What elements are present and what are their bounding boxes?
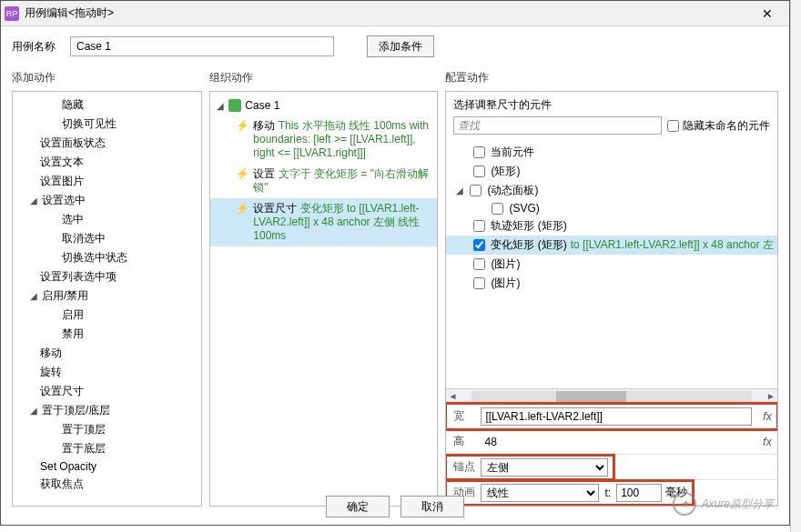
action-tree-item[interactable]: 启用: [13, 306, 201, 325]
add-condition-button[interactable]: 添加条件: [367, 35, 434, 57]
add-action-label: 添加动作: [12, 66, 202, 91]
hide-unnamed-label: 隐藏未命名的元件: [683, 118, 770, 134]
hide-unnamed-checkbox[interactable]: 隐藏未命名的元件: [667, 118, 770, 134]
action-tree-item[interactable]: 获取焦点: [13, 475, 201, 494]
action-tree-item[interactable]: 切换选中状态: [13, 248, 201, 267]
dialog-title: 用例编辑<拖动时>: [25, 5, 749, 21]
expand-icon[interactable]: ◢: [29, 407, 38, 416]
action-tree-item[interactable]: 禁用: [13, 325, 201, 344]
case-root[interactable]: ◢ Case 1: [210, 95, 437, 115]
element-tree-item[interactable]: (图片): [446, 255, 777, 274]
anchor-row: 锚点 左侧: [446, 455, 777, 480]
expand-icon[interactable]: ◢: [29, 292, 38, 301]
ok-button[interactable]: 确定: [326, 496, 390, 517]
width-label: 宽: [446, 408, 481, 424]
width-input[interactable]: [481, 407, 752, 426]
configure-action-label: 配置动作: [445, 66, 778, 91]
element-checkbox[interactable]: [473, 277, 485, 289]
bolt-icon: ⚡: [236, 119, 249, 160]
element-tree-item[interactable]: (SVG): [446, 200, 777, 216]
anchor-select[interactable]: 左侧: [481, 458, 608, 477]
case-root-label: Case 1: [245, 99, 279, 112]
action-tree-item[interactable]: 设置图片: [13, 172, 201, 191]
element-tree-item[interactable]: (矩形): [446, 162, 777, 181]
height-input[interactable]: [481, 433, 752, 451]
configure-header: 选择调整尺寸的元件: [446, 92, 777, 116]
action-tree-item[interactable]: ◢置于顶层/底层: [13, 401, 201, 420]
element-checkbox[interactable]: [473, 220, 485, 232]
element-tree-item[interactable]: 当前元件: [446, 143, 777, 162]
action-tree-item[interactable]: 设置文本: [13, 153, 201, 172]
case-icon: [228, 99, 241, 112]
height-fx-button[interactable]: fx: [757, 436, 777, 448]
action-tree-item[interactable]: 选中: [13, 210, 201, 229]
app-icon: RP: [5, 6, 19, 21]
horizontal-scrollbar[interactable]: ◄ ►: [446, 388, 777, 403]
action-tree-item[interactable]: 取消选中: [13, 229, 201, 248]
height-row: 高 fx: [446, 429, 777, 455]
action-tree-item[interactable]: 隐藏: [13, 95, 201, 115]
expand-icon[interactable]: ◢: [216, 101, 225, 110]
element-checkbox[interactable]: [492, 203, 503, 215]
expand-icon[interactable]: ◢: [455, 186, 464, 196]
anchor-label: 锚点: [446, 459, 481, 475]
action-tree-item[interactable]: 置于底层: [13, 439, 201, 458]
action-tree-item[interactable]: 旋转: [13, 363, 201, 382]
action-tree-item[interactable]: ◢启用/禁用: [13, 286, 201, 306]
element-checkbox[interactable]: [473, 258, 485, 270]
search-input[interactable]: [453, 116, 662, 135]
titlebar: RP 用例编辑<拖动时> ✕: [1, 1, 789, 26]
height-label: 高: [446, 434, 481, 449]
scroll-left-icon[interactable]: ◄: [446, 391, 459, 401]
case-name-label: 用例名称: [12, 39, 63, 55]
action-tree[interactable]: 隐藏切换可见性设置面板状态设置文本设置图片◢设置选中选中取消选中切换选中状态设置…: [13, 92, 201, 506]
organize-action-row[interactable]: ⚡移动 This 水平拖动 线性 100ms with boundaries: …: [210, 115, 437, 164]
element-checkbox[interactable]: [473, 239, 485, 251]
organize-action-label: 组织动作: [209, 66, 438, 91]
element-checkbox[interactable]: [470, 185, 482, 196]
action-tree-item[interactable]: 置于顶层: [13, 420, 201, 439]
action-tree-item[interactable]: 设置列表选中项: [13, 267, 201, 286]
scroll-right-icon[interactable]: ►: [765, 391, 777, 401]
organize-action-row[interactable]: ⚡设置尺寸 变化矩形 to [[LVAR1.left-LVAR2.left]] …: [210, 198, 437, 246]
action-tree-item[interactable]: 设置面板状态: [13, 134, 201, 153]
width-row: 宽 fx: [446, 404, 777, 429]
bolt-icon: ⚡: [236, 167, 249, 195]
organize-action-row[interactable]: ⚡设置 文字于 变化矩形 = "向右滑动解锁": [210, 164, 437, 198]
width-fx-button[interactable]: fx: [757, 410, 777, 423]
action-tree-item[interactable]: 切换可见性: [13, 115, 201, 134]
element-tree-item[interactable]: 轨迹矩形 (矩形): [446, 216, 777, 236]
cancel-button[interactable]: 取消: [400, 496, 464, 517]
element-checkbox[interactable]: [473, 166, 485, 177]
element-tree-item[interactable]: (图片): [446, 274, 777, 293]
action-tree-item[interactable]: 移动: [13, 344, 201, 363]
action-tree-item[interactable]: ◢设置选中: [13, 191, 201, 210]
scrollbar-thumb[interactable]: [556, 391, 626, 402]
element-tree-item[interactable]: 变化矩形 (矩形) to [[LVAR1.left-LVAR2.left]] x…: [446, 236, 777, 255]
hide-unnamed-input[interactable]: [667, 120, 679, 132]
action-tree-item[interactable]: Set Opacity: [13, 458, 201, 475]
side-strip: [790, 0, 801, 532]
element-checkbox[interactable]: [473, 146, 485, 158]
organize-tree: ◢ Case 1 ⚡移动 This 水平拖动 线性 100ms with bou…: [210, 92, 437, 506]
action-tree-item[interactable]: 设置尺寸: [13, 382, 201, 401]
close-button[interactable]: ✕: [749, 1, 786, 26]
element-tree[interactable]: 当前元件(矩形)◢(动态面板)(SVG)轨迹矩形 (矩形)变化矩形 (矩形) t…: [446, 140, 777, 388]
bolt-icon: ⚡: [236, 202, 249, 243]
expand-icon[interactable]: ◢: [29, 196, 38, 206]
case-name-input[interactable]: [70, 36, 334, 56]
element-tree-item[interactable]: ◢(动态面板): [446, 181, 777, 200]
